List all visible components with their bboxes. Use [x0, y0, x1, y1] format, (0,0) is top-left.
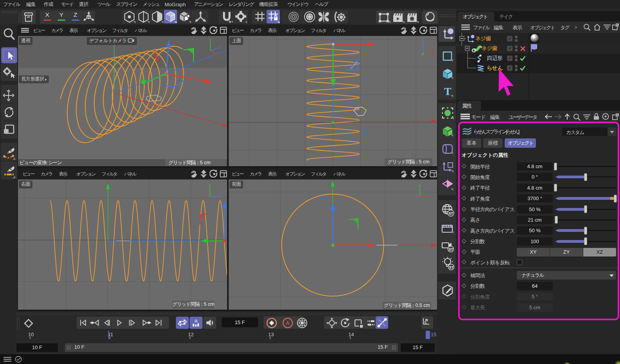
- svg-text:X: X: [206, 195, 209, 199]
- svg-text:Y: Y: [208, 184, 211, 188]
- svg-text:ST: ST: [449, 247, 453, 251]
- svg-text:Y: Y: [209, 38, 211, 43]
- svg-text:T: T: [444, 86, 452, 97]
- svg-text:Z: Z: [219, 195, 222, 199]
- svg-text:X: X: [217, 54, 220, 58]
- svg-text:Y: Y: [421, 53, 424, 56]
- svg-text:A: A: [195, 319, 198, 323]
- svg-text:X: X: [429, 195, 432, 199]
- svg-text:Z: Z: [416, 195, 419, 199]
- svg-text:A: A: [286, 320, 290, 326]
- svg-text:X: X: [433, 50, 435, 54]
- svg-text:ST: ST: [449, 265, 454, 269]
- svg-text:Z: Z: [422, 39, 424, 43]
- svg-text:Z: Z: [219, 45, 222, 50]
- svg-text:ST: ST: [449, 212, 453, 215]
- svg-text:Y: Y: [418, 184, 421, 188]
